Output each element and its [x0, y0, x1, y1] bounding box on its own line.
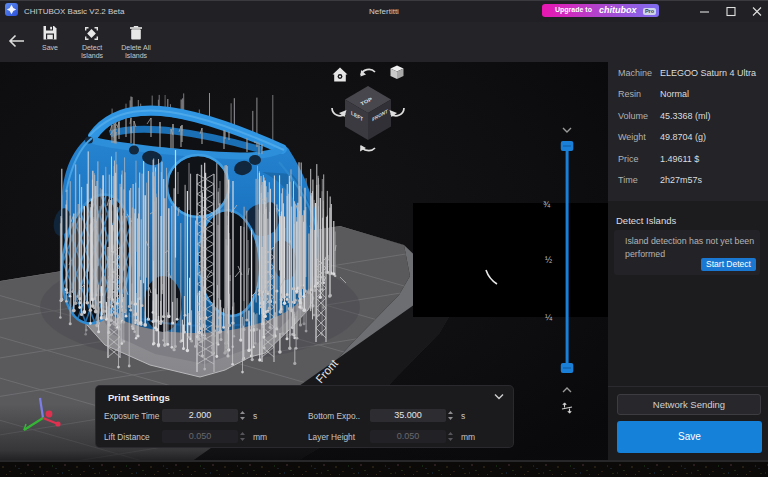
svg-text:½: ½: [545, 255, 552, 265]
svg-text:¾: ¾: [543, 199, 551, 209]
svg-text:¼: ¼: [545, 312, 553, 322]
